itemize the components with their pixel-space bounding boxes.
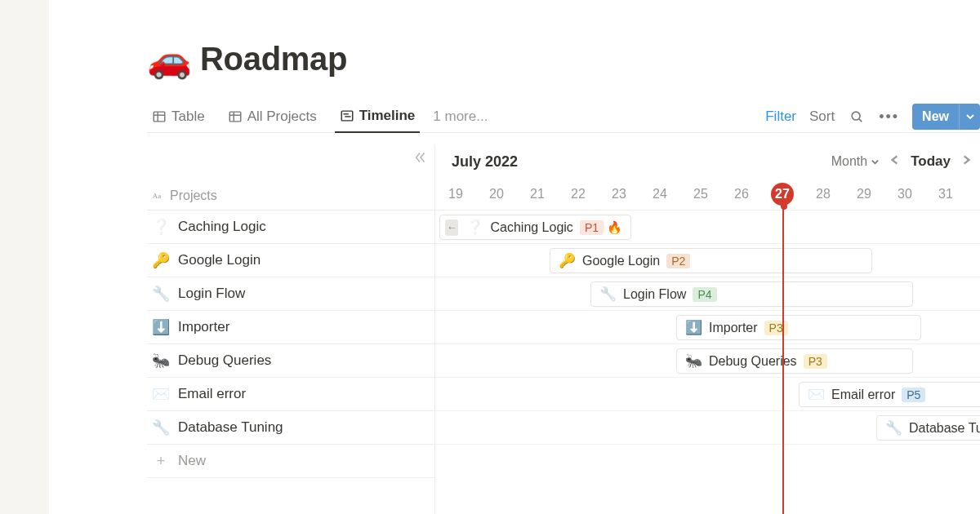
- svg-rect-3: [229, 112, 241, 122]
- fire-icon: 🔥: [607, 220, 622, 235]
- timeline-month: July 2022: [452, 153, 518, 171]
- tab-more[interactable]: 1 more...: [433, 109, 488, 125]
- table-row[interactable]: ⬇️Importer: [147, 311, 434, 344]
- projects-column-header[interactable]: Aa Projects: [152, 188, 217, 203]
- timeline-row: ✉️Email errorP5: [435, 378, 980, 411]
- row-title: Importer: [178, 319, 229, 335]
- table-row[interactable]: 🐜Debug Queries: [147, 344, 434, 378]
- row-emoji-icon: 🔧: [152, 419, 170, 436]
- tab-table[interactable]: Table: [147, 100, 210, 133]
- bar-emoji-icon: 🔧: [599, 286, 617, 303]
- row-title: Google Login: [178, 252, 261, 268]
- page-title[interactable]: Roadmap: [200, 41, 347, 78]
- search-button[interactable]: [848, 108, 866, 126]
- page-surface: 🚗 Roadmap Table All Projects Timelin: [49, 0, 980, 514]
- bar-title: Google Login: [582, 254, 660, 268]
- content: 🚗 Roadmap Table All Projects Timelin: [147, 41, 980, 514]
- timeline-bar[interactable]: 🔧Database Tuning: [876, 415, 980, 441]
- svg-line-10: [859, 119, 862, 122]
- row-title: Debug Queries: [178, 352, 271, 369]
- bar-emoji-icon: 🔧: [885, 419, 902, 436]
- row-title: Login Flow: [178, 286, 245, 302]
- row-title: Caching Logic: [178, 219, 266, 235]
- timeline-bar[interactable]: 🔑Google LoginP2: [550, 248, 872, 273]
- page-emoji[interactable]: 🚗: [147, 42, 192, 78]
- collapse-left-icon[interactable]: [413, 150, 428, 168]
- svg-rect-6: [341, 111, 353, 121]
- zoom-select[interactable]: Month: [831, 154, 880, 169]
- new-button-caret[interactable]: [959, 104, 980, 130]
- ruler-day: 26: [721, 178, 762, 210]
- ruler-day: 1: [966, 178, 980, 210]
- today-dot-icon: [781, 203, 787, 210]
- table-row[interactable]: ❔Caching Logic: [147, 210, 434, 244]
- timeline-bar[interactable]: ⬇️ImporterP3: [676, 315, 921, 340]
- svg-point-9: [852, 112, 860, 120]
- timeline-pane: July 2022 Month Today: [435, 145, 980, 514]
- priority-tag: P2: [666, 254, 690, 268]
- left-header: Aa Projects: [147, 145, 434, 210]
- bar-emoji-icon: ❔: [466, 219, 483, 236]
- tab-timeline[interactable]: Timeline: [335, 100, 421, 133]
- table-row[interactable]: 🔑Google Login: [147, 244, 434, 277]
- timeline-row: 🐜Debug QueriesP3: [435, 344, 980, 378]
- row-emoji-icon: 🔑: [152, 251, 170, 269]
- timeline-icon: [340, 109, 354, 123]
- bar-emoji-icon: ✉️: [808, 386, 825, 403]
- tab-all-projects[interactable]: All Projects: [223, 100, 322, 133]
- ruler-day: 20: [476, 178, 517, 210]
- bar-title: Database Tuning: [909, 421, 980, 436]
- today-marker: [782, 207, 784, 514]
- bar-emoji-icon: 🐜: [685, 352, 702, 370]
- ruler-day: 23: [599, 178, 639, 210]
- zoom-label: Month: [831, 154, 867, 169]
- new-button[interactable]: New: [912, 104, 980, 130]
- filter-button[interactable]: Filter: [765, 109, 796, 125]
- priority-tag: P5: [902, 388, 925, 402]
- row-emoji-icon: ❔: [152, 218, 170, 236]
- bar-title: Caching Logic: [490, 220, 572, 235]
- next-button[interactable]: [959, 154, 973, 169]
- ruler-day: 28: [803, 178, 844, 210]
- priority-tag: P4: [693, 287, 716, 302]
- timeline-bar[interactable]: ←❔Caching LogicP1🔥: [439, 215, 631, 240]
- timeline-row: ←❔Caching LogicP1🔥: [435, 210, 980, 244]
- view-toolbar: Filter Sort ••• New: [765, 100, 980, 133]
- column-label: Projects: [170, 188, 217, 203]
- timeline-row: 🔑Google LoginP2: [435, 244, 980, 277]
- plus-icon: +: [152, 453, 170, 470]
- extend-left-icon[interactable]: ←: [445, 219, 458, 236]
- body: Aa Projects ❔Caching Logic🔑Google Login🔧…: [147, 145, 980, 514]
- priority-tag: P3: [764, 321, 788, 335]
- timeline-row: 🔧Database Tuning: [435, 411, 980, 445]
- ruler-day: 30: [884, 178, 925, 210]
- svg-rect-0: [154, 112, 165, 122]
- table-icon: [152, 109, 167, 124]
- row-emoji-icon: 🐜: [152, 352, 170, 370]
- timeline-bar[interactable]: 🐜Debug QueriesP3: [676, 348, 913, 374]
- table-row[interactable]: 🔧Database Tuning: [147, 411, 434, 445]
- timeline-bar[interactable]: 🔧Login FlowP4: [590, 281, 913, 307]
- timeline-row: 🔧Login FlowP4: [435, 277, 980, 311]
- table-row[interactable]: ✉️Email error: [147, 378, 434, 411]
- prev-button[interactable]: [888, 154, 902, 169]
- timeline-rows[interactable]: ←❔Caching LogicP1🔥🔑Google LoginP2🔧Login …: [435, 210, 980, 514]
- timeline-nav: Month Today: [831, 145, 973, 178]
- new-row-label: New: [178, 453, 206, 469]
- more-menu-button[interactable]: •••: [879, 109, 899, 126]
- row-title: Database Tuning: [178, 419, 283, 436]
- page-title-row: 🚗 Roadmap: [147, 41, 980, 78]
- priority-tag: P3: [804, 354, 827, 369]
- left-pane: Aa Projects ❔Caching Logic🔑Google Login🔧…: [147, 145, 435, 514]
- timeline-row: ⬇️ImporterP3: [435, 311, 980, 344]
- bar-title: Login Flow: [623, 287, 686, 302]
- table-row[interactable]: 🔧Login Flow: [147, 277, 434, 311]
- tab-label: All Projects: [247, 109, 317, 125]
- ruler-day: 24: [639, 178, 680, 210]
- new-row-button[interactable]: + New: [147, 445, 434, 478]
- row-emoji-icon: 🔧: [152, 285, 170, 303]
- bar-emoji-icon: 🔑: [559, 252, 576, 269]
- today-button[interactable]: Today: [911, 153, 951, 170]
- sort-button[interactable]: Sort: [809, 109, 835, 125]
- timeline-bar[interactable]: ✉️Email errorP5: [799, 382, 980, 407]
